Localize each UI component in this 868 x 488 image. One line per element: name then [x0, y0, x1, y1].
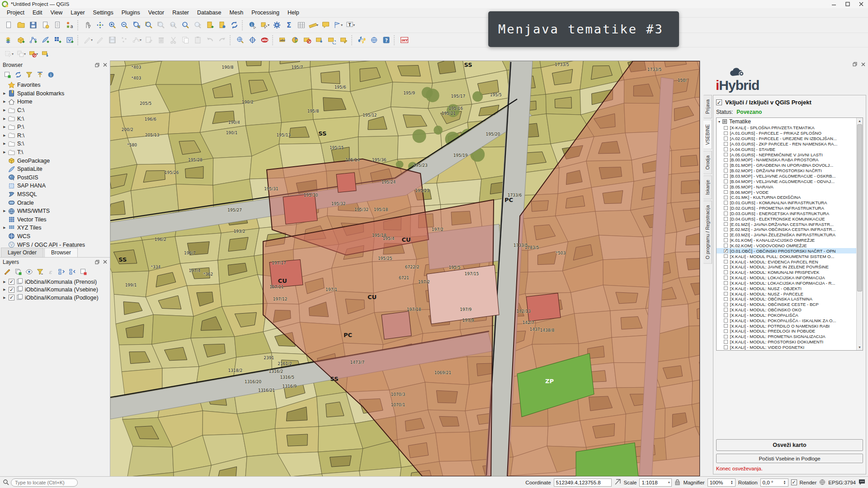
- change-label-icon[interactable]: [338, 34, 349, 46]
- tematika-checkbox[interactable]: [724, 308, 728, 312]
- open-project-icon[interactable]: [15, 19, 27, 31]
- browser-filter-icon[interactable]: [24, 70, 33, 79]
- browser-item-p[interactable]: ▶P:\: [0, 123, 110, 131]
- expand-arrow-icon[interactable]: ▶: [2, 134, 7, 137]
- tematika-checkbox[interactable]: [724, 254, 728, 258]
- expand-arrow-icon[interactable]: ▶: [2, 125, 7, 129]
- tematika-row[interactable]: [X.KALI] - MODUL: LOKACIJSKA INFORMACIJA: [717, 275, 863, 281]
- expand-arrow-icon[interactable]: ▶: [2, 117, 7, 121]
- tematika-row[interactable]: [B.06.MOP] - VODE: [717, 189, 863, 195]
- vtab-vsebine[interactable]: VSEBINE: [703, 120, 712, 150]
- tematika-checkbox[interactable]: [724, 319, 728, 323]
- collapse-all-icon[interactable]: [68, 267, 77, 276]
- abc-tool-icon[interactable]: abc: [259, 34, 270, 46]
- tematika-row[interactable]: [E.01.MZI] - JAVNA DRŽAVNA CESTNA INFRAS…: [717, 221, 863, 227]
- browser-item-home[interactable]: ▶Home: [0, 98, 110, 106]
- browser-item-spatialite[interactable]: SpatiaLite: [0, 165, 110, 174]
- tematika-row[interactable]: [A.04.GURS] - STAVBE: [717, 146, 863, 152]
- layer-diagram-icon[interactable]: [289, 34, 301, 46]
- tematika-checkbox[interactable]: [724, 297, 728, 301]
- layer-styling-icon[interactable]: [3, 267, 12, 276]
- vtab-iskanje[interactable]: Iskanje: [703, 175, 712, 199]
- magnifier-spinner[interactable]: 100%▲▼: [708, 479, 736, 487]
- tematika-row[interactable]: [X.KALI] - MODUL PULL: DOKUMENTNI SISTEM…: [717, 253, 863, 259]
- data-source-manager-icon[interactable]: [3, 34, 14, 46]
- refresh-map-button[interactable]: Osveži karto: [716, 439, 863, 451]
- tematika-checkbox[interactable]: [724, 190, 728, 194]
- browser-collapse-icon[interactable]: [35, 70, 44, 79]
- tematika-checkbox[interactable]: [724, 270, 728, 274]
- clear-contents-button[interactable]: Počisti Vsebine in Podloge: [716, 454, 863, 463]
- undock-icon[interactable]: [94, 259, 100, 265]
- tematike-root-row[interactable]: ▾ Tematike: [717, 118, 863, 125]
- ihybrid-plugin-icon[interactable]: iHY: [399, 34, 410, 46]
- zoom-to-selection-icon[interactable]: [143, 19, 155, 31]
- tematika-checkbox[interactable]: [724, 174, 728, 178]
- tematika-checkbox[interactable]: [724, 158, 728, 162]
- new-print-layout-icon[interactable]: [52, 19, 63, 31]
- scroll-down-icon[interactable]: ▼: [857, 344, 863, 350]
- layer-visibility-checkbox[interactable]: ✓: [9, 295, 14, 300]
- osm-search-icon[interactable]: [235, 34, 246, 46]
- browser-item-oracle[interactable]: Oracle: [0, 198, 110, 207]
- browser-item-k[interactable]: ▶K:\: [0, 114, 110, 123]
- browser-item-geopackage[interactable]: GeoPackage: [0, 156, 110, 165]
- tematika-checkbox[interactable]: [724, 249, 728, 253]
- tematika-row[interactable]: [A.05.GURS] - NEPREMIČNINE V JAVNI LASTI: [717, 152, 863, 157]
- style-manager-icon[interactable]: a: [64, 19, 75, 31]
- menu-help[interactable]: Help: [283, 9, 303, 17]
- tematika-checkbox[interactable]: [724, 211, 728, 216]
- tematika-checkbox[interactable]: [724, 244, 728, 248]
- tematika-row[interactable]: [A.01.GURS] - PARCELE – PRIKAZ SPLOŠNO: [717, 131, 863, 136]
- browser-properties-icon[interactable]: i: [46, 70, 55, 79]
- new-bookmark-icon[interactable]: [204, 19, 216, 31]
- tematika-checkbox[interactable]: [724, 185, 728, 189]
- tematika-checkbox[interactable]: [724, 340, 728, 344]
- tematika-checkbox[interactable]: [724, 142, 728, 146]
- tematika-checkbox[interactable]: [724, 292, 728, 296]
- tematika-row[interactable]: [B.05.MOP] - NARAVA: [717, 184, 863, 189]
- browser-item-vector-tiles[interactable]: Vector Tiles: [0, 216, 110, 224]
- tematika-row[interactable]: [D.02.GURS] - PROMETNA INFRASTRUKTURA: [717, 206, 863, 211]
- tematika-row[interactable]: [E.02.MZI] - JAVNA OBČINSKA CESTNA INFRA…: [717, 227, 863, 232]
- tematika-row[interactable]: [B.01.MOP] - GRADBENA IN UPORABNA DOVOLJ…: [717, 163, 863, 168]
- select-features-icon[interactable]: ▾: [259, 19, 270, 31]
- tematika-checkbox[interactable]: [724, 131, 728, 136]
- map-tips-icon[interactable]: [320, 19, 331, 31]
- metasearch-icon[interactable]: [368, 34, 380, 46]
- minimize-button[interactable]: [827, 0, 841, 8]
- tematika-row[interactable]: [X.KALI] - MODUL: JAVNE IN ZELENE POVRŠI…: [717, 264, 863, 270]
- browser-item-favorites[interactable]: Favorites: [0, 81, 110, 89]
- labels-pinned-icon[interactable]: ▾: [28, 48, 39, 60]
- tematika-row[interactable]: [X.KALI] - MODUL: PROSTORSKI DOKUMENTI: [717, 339, 863, 345]
- expand-arrow-icon[interactable]: ▶: [2, 92, 7, 95]
- tematika-row[interactable]: [X.KALI] - MODUL: OBČINSKO OKO: [717, 307, 863, 313]
- tematika-row[interactable]: [X.KALI] - MODUL: LOKACIJSKA INFORMACIJA…: [717, 280, 863, 286]
- browser-item-spatial-bookmarks[interactable]: ▶Spatial Bookmarks: [0, 89, 110, 98]
- show-bookmarks-icon[interactable]: [217, 19, 228, 31]
- measure-icon[interactable]: ▾: [308, 19, 319, 31]
- zoom-out-icon[interactable]: [119, 19, 130, 31]
- close-icon[interactable]: [102, 259, 108, 265]
- tematika-row[interactable]: [K.02.KOM] - VODOVODNO OMREŽJE: [717, 243, 863, 249]
- menu-project[interactable]: Project: [3, 9, 28, 17]
- highlight-pinned-labels-icon[interactable]: [302, 34, 313, 46]
- tematika-checkbox[interactable]: [724, 201, 728, 205]
- extents-toggle-icon[interactable]: [614, 479, 621, 486]
- menu-settings[interactable]: Settings: [89, 9, 118, 17]
- tematika-checkbox[interactable]: [724, 126, 728, 130]
- tematika-checkbox[interactable]: [724, 217, 728, 221]
- browser-item-s[interactable]: ▶S:\: [0, 140, 110, 148]
- menu-mesh[interactable]: Mesh: [226, 9, 248, 17]
- tematika-row[interactable]: [B.00.MOP] - NAMENSKA RABA PROSTORA: [717, 157, 863, 163]
- attribute-table-icon[interactable]: [296, 19, 307, 31]
- tematika-row[interactable]: [X.KALI] - MODUL: OBČINSKA LASTNINA: [717, 296, 863, 302]
- menu-vector[interactable]: Vector: [144, 9, 168, 17]
- tematika-checkbox[interactable]: [724, 147, 728, 151]
- tematika-row[interactable]: [D.01.GURS] - KOMUNALNA INFRASTRUKTURA: [717, 200, 863, 206]
- messages-icon[interactable]: [859, 479, 865, 486]
- zoom-full-icon[interactable]: [131, 19, 142, 31]
- tematika-row[interactable]: [X.KALI] - MODUL: PREDLOGI IN POBUDE: [717, 328, 863, 334]
- menu-raster[interactable]: Raster: [168, 9, 193, 17]
- map-canvas[interactable]: *403*403190/8195/7195/6195/81733/51733/5…: [110, 61, 700, 476]
